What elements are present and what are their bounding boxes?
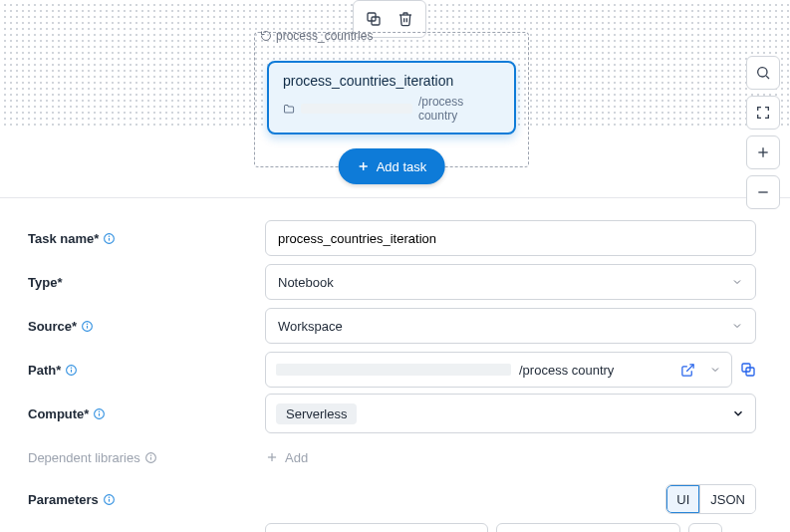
param-key-input[interactable]: country_code bbox=[265, 523, 488, 532]
svg-point-31 bbox=[109, 497, 110, 498]
type-select-value: Notebook bbox=[278, 275, 334, 290]
label-parameters: Parameters bbox=[28, 492, 265, 507]
zoom-out-button[interactable] bbox=[746, 175, 780, 209]
plus-icon bbox=[265, 450, 279, 464]
copy-path-button[interactable] bbox=[740, 362, 756, 378]
info-icon[interactable] bbox=[93, 407, 106, 420]
info-icon[interactable] bbox=[144, 451, 157, 464]
params-view-toggle: UI JSON bbox=[665, 484, 756, 514]
param-remove-button[interactable] bbox=[730, 523, 756, 532]
label-dependent-libraries: Dependent libraries bbox=[28, 450, 265, 465]
redacted-path-segment bbox=[276, 364, 511, 376]
label-type: Type* bbox=[28, 275, 265, 290]
chevron-down-icon bbox=[731, 406, 745, 420]
add-library-button[interactable]: Add bbox=[265, 450, 756, 465]
search-icon bbox=[755, 65, 771, 81]
open-external-button[interactable] bbox=[680, 363, 695, 378]
task-group-container: process_countries process_countries_iter… bbox=[254, 32, 529, 167]
task-node-path: /process country bbox=[283, 95, 500, 123]
fullscreen-icon bbox=[755, 105, 771, 121]
chevron-down-icon[interactable] bbox=[709, 364, 721, 376]
label-source: Source* bbox=[28, 319, 265, 334]
task-node[interactable]: process_countries_iteration /process cou… bbox=[267, 61, 516, 134]
add-task-button[interactable]: Add task bbox=[339, 148, 445, 184]
info-icon[interactable] bbox=[103, 232, 116, 245]
info-icon[interactable] bbox=[81, 320, 94, 333]
param-insert-placeholder-button[interactable]: { } bbox=[688, 523, 722, 532]
svg-point-11 bbox=[110, 236, 111, 237]
svg-point-17 bbox=[71, 368, 72, 369]
label-path: Path* bbox=[28, 363, 265, 378]
info-icon[interactable] bbox=[65, 364, 78, 377]
folder-icon bbox=[283, 103, 295, 116]
svg-line-3 bbox=[766, 76, 769, 79]
param-value-input[interactable]: {{input}} bbox=[496, 523, 680, 532]
compute-select[interactable]: Serverless bbox=[265, 394, 756, 433]
redacted-path-segment bbox=[301, 104, 412, 114]
svg-point-2 bbox=[758, 68, 767, 77]
chevron-down-icon bbox=[731, 320, 743, 332]
params-toggle-ui[interactable]: UI bbox=[666, 485, 699, 513]
chevron-down-icon bbox=[731, 276, 743, 288]
zoom-in-button[interactable] bbox=[746, 135, 780, 169]
search-zoom-button[interactable] bbox=[746, 56, 780, 90]
compute-chip: Serverless bbox=[276, 403, 357, 424]
svg-line-18 bbox=[686, 364, 693, 371]
label-task-name: Task name* bbox=[28, 231, 265, 246]
copy-icon bbox=[366, 11, 382, 27]
path-suffix: /process country bbox=[519, 363, 614, 378]
svg-point-14 bbox=[87, 324, 88, 325]
svg-point-23 bbox=[100, 411, 101, 412]
task-node-title: process_countries_iteration bbox=[283, 73, 500, 89]
source-select[interactable]: Workspace bbox=[265, 308, 756, 344]
trash-icon bbox=[397, 11, 413, 27]
source-select-value: Workspace bbox=[278, 319, 343, 334]
task-name-input[interactable] bbox=[265, 220, 756, 256]
params-toggle-json[interactable]: JSON bbox=[699, 485, 755, 513]
delete-button[interactable] bbox=[390, 5, 421, 33]
copy-icon bbox=[740, 362, 756, 378]
svg-point-26 bbox=[150, 455, 151, 456]
type-select[interactable]: Notebook bbox=[265, 264, 756, 300]
fullscreen-button[interactable] bbox=[746, 96, 780, 130]
minus-icon bbox=[755, 184, 771, 200]
external-link-icon bbox=[680, 363, 695, 378]
path-picker[interactable]: /process country bbox=[265, 352, 732, 388]
info-icon[interactable] bbox=[103, 493, 116, 506]
plus-icon bbox=[755, 144, 771, 160]
task-name-input-field[interactable] bbox=[278, 231, 743, 246]
label-compute: Compute* bbox=[28, 406, 265, 421]
plus-icon bbox=[357, 159, 371, 173]
